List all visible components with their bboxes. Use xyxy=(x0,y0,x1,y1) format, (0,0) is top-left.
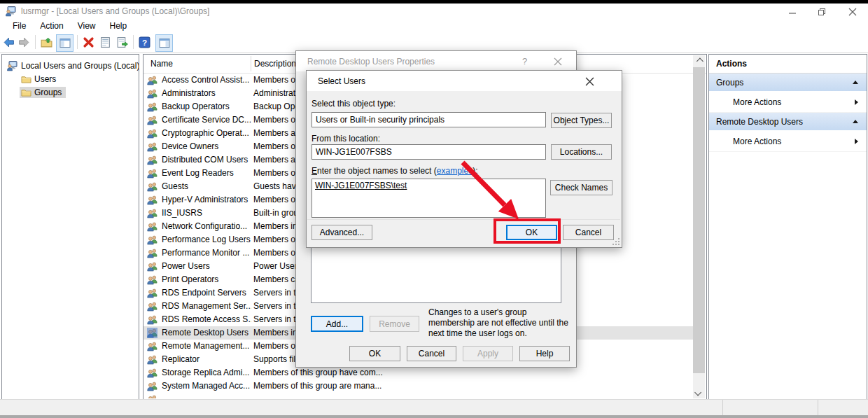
actions-section: Remote Desktop Users More Actions xyxy=(709,113,867,152)
svg-text:?: ? xyxy=(142,38,147,47)
group-icon xyxy=(147,235,158,245)
status-separator xyxy=(722,400,723,415)
export-list-icon[interactable] xyxy=(116,36,128,48)
help-icon[interactable]: ? xyxy=(139,36,150,48)
group-name: Device Owners xyxy=(162,141,251,151)
group-icon xyxy=(147,208,158,218)
scroll-up-button[interactable] xyxy=(693,55,705,67)
group-name: Performance Log Users xyxy=(162,235,251,244)
column-header-description[interactable]: Description xyxy=(254,59,296,69)
group-icon xyxy=(147,115,158,125)
group-icon xyxy=(147,155,158,165)
actions-section-header[interactable]: Remote Desktop Users xyxy=(709,113,867,131)
menu-item[interactable]: Help xyxy=(103,20,134,32)
properties-icon[interactable] xyxy=(99,36,111,48)
group-name: Guests xyxy=(162,181,251,191)
group-icon xyxy=(147,75,158,85)
add-button[interactable]: Add... xyxy=(311,316,363,332)
toolbar-separator xyxy=(35,35,36,49)
select-users-cancel-button[interactable]: Cancel xyxy=(563,225,614,240)
actions-section-header[interactable]: Groups xyxy=(709,74,867,92)
group-name: RDS Endpoint Servers xyxy=(162,288,251,298)
toolbar-separator xyxy=(77,35,78,49)
column-header-name[interactable]: Name xyxy=(150,59,173,69)
menu-item[interactable]: File xyxy=(6,20,33,32)
column-divider[interactable] xyxy=(251,56,251,71)
tree-root[interactable]: Local Users and Groups (Local) xyxy=(2,59,139,72)
resize-grip[interactable] xyxy=(612,238,620,245)
show-console-tree-icon[interactable] xyxy=(56,34,74,52)
folder-icon xyxy=(21,74,31,84)
more-actions-label: More Actions xyxy=(733,137,781,146)
object-names-label-text: nter the object names to select ( xyxy=(317,166,437,176)
actions-panel: Actions Groups More Actions Remo xyxy=(708,54,867,400)
collapse-icon[interactable] xyxy=(853,120,858,123)
object-type-label: Select this object type: xyxy=(312,99,396,109)
back-icon[interactable] xyxy=(3,36,15,48)
properties-dialog-titlebar[interactable]: Remote Desktop Users Properties xyxy=(296,51,576,71)
group-name: Storage Replica Admi... xyxy=(162,368,251,377)
dialog-help-icon[interactable]: ? xyxy=(522,56,527,67)
object-types-button[interactable]: Object Types... xyxy=(551,113,612,128)
list-scrollbar[interactable] xyxy=(693,55,705,398)
submenu-arrow-icon xyxy=(855,99,858,105)
group-icon xyxy=(147,328,158,338)
properties-cancel-button[interactable]: Cancel xyxy=(407,346,456,361)
group-name: Distributed COM Users xyxy=(162,155,251,165)
lusrmgr-window: lusrmgr - [Local Users and Groups (Local… xyxy=(0,0,868,418)
minimize-button[interactable] xyxy=(788,7,797,17)
membership-note: Changes to a user's group membership are… xyxy=(428,307,570,339)
menu-bar: FileActionViewHelp xyxy=(0,20,868,32)
group-icon xyxy=(147,88,158,99)
group-description: Members of this group are mana... xyxy=(253,381,687,391)
tree-item[interactable]: Users xyxy=(2,72,139,85)
properties-ok-button[interactable]: OK xyxy=(349,346,400,361)
app-icon xyxy=(6,6,17,17)
tree-item-label: Users xyxy=(34,74,56,84)
up-one-level-icon[interactable] xyxy=(41,36,52,48)
help-button[interactable]: Help xyxy=(519,346,570,361)
locations-button[interactable]: Locations... xyxy=(551,144,612,160)
close-button[interactable] xyxy=(848,7,858,17)
select-users-titlebar[interactable]: Select Users xyxy=(307,71,622,91)
collapse-icon[interactable] xyxy=(853,81,858,84)
forward-icon[interactable] xyxy=(18,36,30,48)
scroll-down-button[interactable] xyxy=(693,386,705,398)
show-action-pane-icon[interactable] xyxy=(155,34,173,52)
group-row[interactable]: System Managed Acc... Members of this gr… xyxy=(144,379,694,393)
mnemonic-letter: E xyxy=(312,166,317,176)
more-actions-item[interactable]: More Actions xyxy=(709,92,867,113)
remove-button[interactable]: Remove xyxy=(370,316,419,332)
tree-item[interactable]: Groups xyxy=(2,85,139,99)
object-names-input[interactable]: WIN-JG1E007FSBS\test xyxy=(312,179,546,218)
group-icon xyxy=(147,301,158,312)
object-type-field[interactable]: Users or Built-in security principals xyxy=(312,112,546,127)
delete-icon[interactable] xyxy=(83,36,94,48)
select-users-close-icon[interactable] xyxy=(585,77,594,88)
examples-link[interactable]: examples xyxy=(437,166,472,176)
more-actions-item[interactable]: More Actions xyxy=(709,131,867,152)
group-name: Backup Operators xyxy=(162,102,251,111)
restore-button[interactable] xyxy=(817,7,827,17)
group-row[interactable] xyxy=(144,393,694,398)
dialog-close-icon[interactable] xyxy=(554,57,562,68)
menu-item[interactable]: View xyxy=(71,20,103,32)
group-icon xyxy=(147,128,158,139)
menu-item[interactable]: Action xyxy=(33,20,70,32)
group-icon xyxy=(147,195,158,205)
actions-panel-title: Actions xyxy=(709,55,867,74)
group-name: Network Configuratio... xyxy=(162,221,251,231)
object-names-label-suffix: ): xyxy=(472,166,477,176)
scrollbar-thumb[interactable] xyxy=(693,67,705,373)
group-name: Event Log Readers xyxy=(162,168,251,178)
group-row[interactable]: Storage Replica Admi... Members of this … xyxy=(144,366,694,379)
object-names-label: Enter the object names to select (exampl… xyxy=(312,166,477,176)
apply-button[interactable]: Apply xyxy=(463,346,513,361)
tree-root-label: Local Users and Groups (Local) xyxy=(21,61,139,71)
select-users-title: Select Users xyxy=(318,76,365,86)
location-field[interactable]: WIN-JG1E007FSBS xyxy=(312,144,546,160)
advanced-button[interactable]: Advanced... xyxy=(312,225,372,240)
group-name: Hyper-V Administrators xyxy=(162,195,251,204)
group-name: Print Operators xyxy=(162,274,251,284)
check-names-button[interactable]: Check Names xyxy=(550,180,612,195)
